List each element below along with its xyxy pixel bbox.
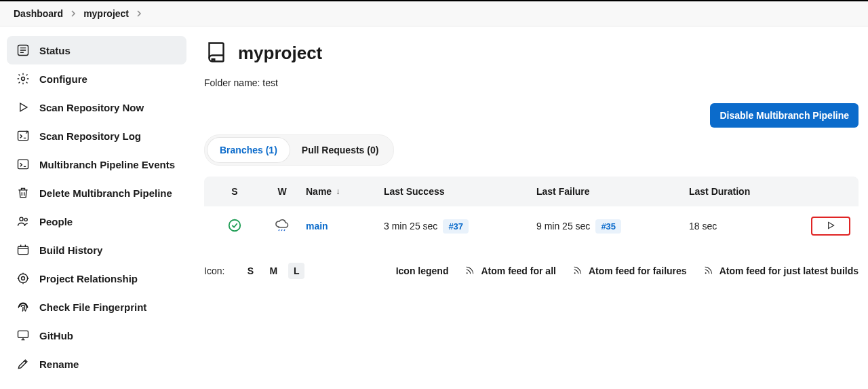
atom-feed-all[interactable]: Atom feed for all [465, 265, 555, 278]
icon-legend-link[interactable]: Icon legend [396, 265, 449, 276]
last-success-build-link[interactable]: #37 [443, 219, 469, 234]
sidebar-item-label: Scan Repository Log [39, 130, 141, 142]
sidebar: Status Configure Scan Repository Now Sca… [0, 26, 193, 388]
sort-down-icon: ↓ [336, 187, 340, 196]
list-icon [16, 43, 30, 57]
svg-point-13 [705, 272, 706, 274]
breadcrumb-project[interactable]: myproject [83, 8, 129, 19]
branch-name-cell: main [306, 221, 384, 231]
chevron-right-icon [70, 8, 77, 19]
sidebar-item-label: Rename [39, 358, 79, 370]
atom-feed-latest[interactable]: Atom feed for just latest builds [703, 265, 859, 278]
play-icon [16, 100, 30, 114]
repo-icon [204, 40, 229, 67]
sidebar-item-delete-pipeline[interactable]: Delete Multibranch Pipeline [7, 179, 186, 207]
gear-icon [16, 72, 30, 86]
terminal-in-icon [16, 158, 30, 171]
svg-point-1 [22, 77, 25, 81]
svg-point-10 [229, 219, 241, 231]
sidebar-item-scan-now[interactable]: Scan Repository Now [7, 93, 186, 122]
fingerprint-icon [16, 300, 30, 314]
svg-rect-9 [18, 331, 28, 337]
sidebar-item-people[interactable]: People [7, 207, 186, 236]
chevron-right-icon [136, 8, 142, 19]
last-success-time: 3 min 25 sec [384, 221, 437, 231]
sidebar-item-rename[interactable]: Rename [7, 350, 186, 378]
last-duration-cell: 18 sec [689, 221, 811, 231]
sidebar-item-label: Multibranch Pipeline Events [39, 159, 175, 170]
icon-legend-label: Icon legend [396, 265, 449, 276]
rss-icon [465, 265, 475, 278]
svg-point-11 [467, 272, 468, 274]
col-status[interactable]: S [211, 186, 258, 197]
folder-name-text: Folder name: test [204, 77, 859, 88]
sidebar-item-label: GitHub [39, 330, 73, 341]
rss-icon [572, 265, 583, 278]
trash-icon [16, 186, 30, 200]
play-icon [825, 220, 836, 233]
svg-point-4 [20, 217, 23, 221]
last-failure-time: 9 min 25 sec [536, 221, 590, 231]
col-weather[interactable]: W [258, 186, 306, 197]
people-icon [16, 215, 30, 228]
branch-link[interactable]: main [306, 221, 328, 231]
sidebar-item-label: Configure [39, 73, 87, 85]
pencil-icon [16, 357, 30, 371]
last-failure-build-link[interactable]: #35 [595, 219, 621, 234]
sidebar-item-label: Delete Multibranch Pipeline [39, 187, 172, 199]
atom-feed-failures[interactable]: Atom feed for failures [572, 265, 687, 278]
icon-size-m[interactable]: M [265, 263, 281, 279]
last-success-cell: 3 min 25 sec #37 [384, 219, 536, 234]
last-failure-cell: 9 min 25 sec #35 [536, 219, 689, 234]
feed-latest-label: Atom feed for just latest builds [719, 265, 859, 276]
status-cell [211, 218, 258, 235]
tab-branches[interactable]: Branches (1) [208, 138, 290, 162]
target-icon [16, 272, 30, 285]
col-name-label: Name [306, 186, 332, 197]
sidebar-item-label: Project Relationship [39, 273, 138, 284]
sidebar-item-configure[interactable]: Configure [7, 64, 186, 93]
tabs: Branches (1) Pull Requests (0) [204, 134, 394, 166]
feed-failures-label: Atom feed for failures [589, 265, 687, 276]
sidebar-item-status[interactable]: Status [7, 36, 186, 64]
sidebar-item-fingerprint[interactable]: Check File Fingerprint [7, 293, 186, 321]
sidebar-item-project-relationship[interactable]: Project Relationship [7, 264, 186, 293]
rss-icon [703, 265, 714, 278]
col-last-success[interactable]: Last Success [384, 186, 536, 197]
svg-point-5 [24, 218, 27, 221]
col-name[interactable]: Name ↓ [306, 186, 384, 197]
feed-all-label: Atom feed for all [481, 265, 555, 276]
rainy-icon [274, 217, 290, 236]
breadcrumb-dashboard[interactable]: Dashboard [14, 8, 63, 19]
sidebar-item-github[interactable]: GitHub [7, 321, 186, 350]
terminal-out-icon [16, 129, 30, 143]
sidebar-item-build-history[interactable]: Build History [7, 236, 186, 264]
svg-rect-3 [18, 160, 28, 168]
monitor-icon [16, 329, 30, 342]
col-last-failure[interactable]: Last Failure [536, 186, 689, 197]
sidebar-item-label: Check File Fingerprint [39, 301, 146, 313]
svg-rect-6 [18, 246, 28, 255]
table-row: main 3 min 25 sec #37 9 min 25 sec #35 1… [204, 206, 859, 245]
main-content: myproject Folder name: test Disable Mult… [193, 26, 868, 388]
sidebar-item-scan-log[interactable]: Scan Repository Log [7, 122, 186, 150]
col-last-duration[interactable]: Last Duration [689, 186, 811, 197]
svg-point-12 [574, 272, 576, 274]
sidebar-item-label: Status [39, 45, 71, 56]
sidebar-item-pipeline-events[interactable]: Multibranch Pipeline Events [7, 150, 186, 179]
disable-pipeline-button[interactable]: Disable Multibranch Pipeline [710, 103, 859, 128]
tab-pull-requests[interactable]: Pull Requests (0) [290, 138, 391, 162]
page-title: myproject [238, 43, 322, 64]
icon-size-l[interactable]: L [288, 263, 304, 279]
last-duration-value: 18 sec [689, 221, 717, 231]
svg-point-7 [18, 274, 27, 282]
run-build-button[interactable] [811, 217, 850, 236]
icon-size-s[interactable]: S [242, 263, 258, 279]
history-icon [16, 243, 30, 257]
svg-point-8 [22, 277, 25, 280]
branches-table: S W Name ↓ Last Success Last Failure Las… [204, 177, 859, 245]
sidebar-item-label: People [39, 216, 73, 227]
icon-size-label: Icon: [204, 265, 224, 276]
table-footer: Icon: S M L Icon legend Atom feed for al… [204, 263, 859, 279]
sidebar-item-label: Scan Repository Now [39, 102, 144, 113]
